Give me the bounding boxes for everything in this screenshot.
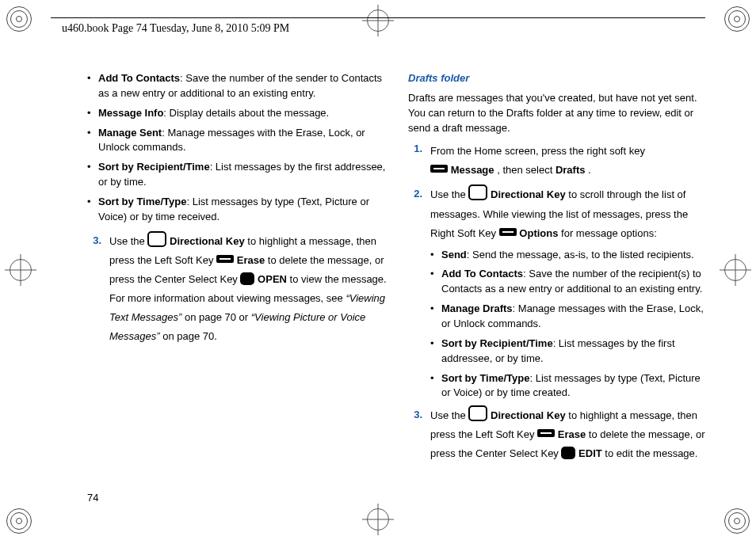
header-rule [51, 17, 705, 18]
text: Message [451, 164, 494, 176]
text: Use the [430, 409, 468, 421]
directional-key-icon [468, 184, 487, 200]
page-number: 74 [87, 492, 98, 504]
soft-key-icon [499, 228, 517, 236]
text: From the Home screen, press the right so… [430, 145, 645, 157]
text: Directional Key [491, 188, 566, 200]
text: Use the [109, 235, 147, 247]
text: on page 70 or [185, 311, 251, 323]
term: Add To Contacts [441, 268, 523, 280]
step-number: 2. [408, 184, 422, 242]
text: OPEN [258, 273, 287, 285]
crop-cross-icon [362, 504, 394, 535]
text: Directional Key [170, 235, 245, 247]
center-key-icon [240, 272, 254, 285]
step-text: From the Home screen, press the right so… [430, 142, 708, 180]
text: on page 70. [162, 330, 217, 342]
step-number: 3. [408, 405, 422, 463]
term: Send [441, 249, 467, 260]
registration-mark-icon [724, 508, 750, 534]
options-list: Send: Send the message, as-is, to the li… [430, 248, 708, 401]
step-3: 3. Use the Directional Key to highlight … [408, 405, 708, 463]
list-item: Sort by Time/Type: List messages by type… [87, 195, 388, 225]
intro-text: Drafts are messages that you've created,… [408, 91, 708, 136]
list-item: Sort by Recipient/Time: List messages by… [430, 337, 708, 367]
term: Manage Drafts [441, 302, 513, 314]
directional-key-icon [468, 405, 487, 421]
text: Use the [430, 188, 468, 200]
registration-mark-icon [6, 508, 32, 534]
soft-key-icon [537, 429, 555, 437]
running-header: u460.book Page 74 Tuesday, June 8, 2010 … [62, 22, 289, 35]
text: Erase [237, 254, 268, 266]
list-item: Sort by Recipient/Time: List messages by… [87, 160, 388, 190]
desc: : Send the message, as-is, to the listed… [467, 249, 694, 260]
crop-cross-icon [720, 254, 751, 286]
text: Options [519, 227, 558, 239]
list-item: Message Info: Display details about the … [87, 106, 388, 121]
term: Sort by Recipient/Time [98, 161, 210, 173]
step-number: 3. [87, 231, 101, 346]
crop-cross-icon [362, 5, 394, 36]
list-item: Add To Contacts: Save the number of the … [87, 71, 388, 101]
term: Sort by Recipient/Time [441, 337, 553, 349]
text: to edit the message. [605, 447, 697, 459]
list-item: Manage Sent: Manage messages with the Er… [87, 126, 388, 156]
step-text: Use the Directional Key to highlight a m… [109, 231, 388, 346]
term: Sort by Time/Type [441, 372, 530, 384]
soft-key-icon [216, 255, 234, 263]
registration-mark-icon [6, 6, 32, 32]
page: u460.book Page 74 Tuesday, June 8, 2010 … [0, 0, 756, 540]
text: Erase [558, 428, 589, 440]
right-column: Drafts folder Drafts are messages that y… [408, 71, 708, 477]
center-key-icon [561, 447, 575, 459]
text: Drafts [556, 164, 586, 176]
directional-key-icon [147, 231, 166, 247]
text: . [588, 164, 591, 176]
section-title: Drafts folder [408, 71, 708, 86]
step-text: Use the Directional Key to highlight a m… [430, 405, 708, 463]
text: EDIT [578, 447, 602, 459]
options-list: Add To Contacts: Save the number of the … [87, 71, 388, 225]
crop-cross-icon [5, 254, 36, 286]
desc: : Display details about the message. [163, 107, 329, 119]
text: Directional Key [491, 409, 566, 421]
list-item: Sort by Time/Type: List messages by type… [430, 371, 708, 401]
step-2: 2. Use the Directional Key to scroll thr… [408, 184, 708, 242]
list-item: Manage Drafts: Manage messages with the … [430, 302, 708, 332]
step-number: 1. [408, 142, 422, 180]
step-1: 1. From the Home screen, press the right… [408, 142, 708, 180]
term: Message Info [98, 107, 163, 119]
list-item: Add To Contacts: Save the number of the … [430, 267, 708, 297]
term: Sort by Time/Type [98, 196, 187, 207]
step-3: 3. Use the Directional Key to highlight … [87, 231, 388, 346]
text: , then select [497, 164, 556, 176]
soft-key-icon [430, 165, 448, 173]
step-text: Use the Directional Key to scroll throug… [430, 184, 708, 242]
list-item: Send: Send the message, as-is, to the li… [430, 248, 708, 263]
term: Add To Contacts [98, 72, 180, 84]
term: Manage Sent [98, 127, 162, 139]
registration-mark-icon [724, 6, 750, 32]
text: for message options: [561, 227, 657, 239]
content-area: Add To Contacts: Save the number of the … [87, 71, 708, 477]
left-column: Add To Contacts: Save the number of the … [87, 71, 388, 477]
